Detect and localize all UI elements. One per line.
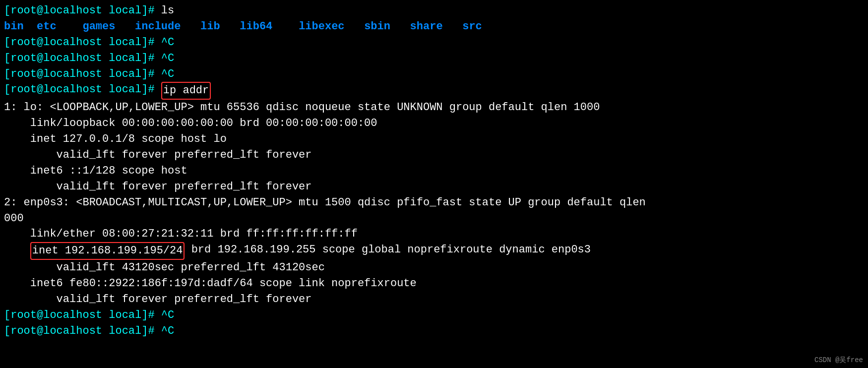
- dir-include: include: [135, 19, 181, 35]
- cmd-ip-addr-highlight: ip addr: [161, 82, 211, 100]
- line-enp-link: link/ether 08:00:27:21:32:11 brd ff:ff:f…: [4, 226, 864, 242]
- line-enp-valid1: valid_lft 43120sec preferred_lft 43120se…: [4, 260, 864, 276]
- line-lo-valid2: valid_lft forever preferred_lft forever: [4, 179, 864, 195]
- line-lo-link: link/loopback 00:00:00:00:00:00 brd 00:0…: [4, 116, 864, 131]
- line-enp-cont: 000: [4, 211, 864, 227]
- prompt-ctrl5: [root@localhost local]# ^C: [4, 323, 174, 339]
- dir-bin: bin: [4, 19, 24, 35]
- line-ctrl5: [root@localhost local]# ^C: [4, 323, 864, 339]
- dir-libexec: libexec: [299, 19, 344, 35]
- line-enp-header: 2: enp0s3: <BROADCAST,MULTICAST,UP,LOWER…: [4, 195, 864, 211]
- prompt-ctrl2: [root@localhost local]# ^C: [4, 51, 174, 66]
- dir-share: share: [410, 19, 443, 35]
- line-lo-valid1: valid_lft forever preferred_lft forever: [4, 147, 864, 163]
- line-enp-inet: inet 192.168.199.195/24 brd 192.168.199.…: [4, 242, 864, 260]
- prompt-ctrl3: [root@localhost local]# ^C: [4, 66, 174, 82]
- line-lo-inet6: inet6 ::1/128 scope host: [4, 163, 864, 179]
- line-ctrl3: [root@localhost local]# ^C: [4, 66, 864, 82]
- prompt-1: [root@localhost local]#: [4, 3, 161, 19]
- line-dirlist: bin etc games include lib lib64 libexec …: [4, 19, 864, 35]
- terminal-window: [root@localhost local]# ls bin etc games…: [0, 0, 868, 368]
- dir-etc: etc: [37, 19, 57, 35]
- cmd-ls: ls: [161, 3, 174, 19]
- dir-sbin: sbin: [364, 19, 390, 35]
- line-enp-valid2: valid_lft forever preferred_lft forever: [4, 292, 864, 307]
- dir-lib: lib: [200, 19, 220, 35]
- line-lo-inet: inet 127.0.0.1/8 scope host lo: [4, 131, 864, 147]
- prompt-ctrl4: [root@localhost local]# ^C: [4, 307, 174, 323]
- line-ip-addr: [root@localhost local]# ip addr: [4, 82, 864, 100]
- cmd-inet-highlight: inet 192.168.199.195/24: [30, 242, 185, 260]
- line-enp-inet6: inet6 fe80::2922:186f:197d:dadf/64 scope…: [4, 276, 864, 292]
- dir-games: games: [82, 19, 115, 35]
- prompt-ctrl1: [root@localhost local]# ^C: [4, 35, 174, 51]
- line-ctrl2: [root@localhost local]# ^C: [4, 51, 864, 66]
- dir-src: src: [462, 19, 482, 35]
- line-1: [root@localhost local]# ls: [4, 3, 864, 19]
- line-lo-header: 1: lo: <LOOPBACK,UP,LOWER_UP> mtu 65536 …: [4, 100, 864, 116]
- line-ctrl4: [root@localhost local]# ^C: [4, 307, 864, 323]
- line-ctrl1: [root@localhost local]# ^C: [4, 35, 864, 51]
- watermark: CSDN @吴free: [814, 355, 863, 365]
- prompt-ip: [root@localhost local]#: [4, 82, 161, 100]
- dir-lib64: lib64: [240, 19, 272, 35]
